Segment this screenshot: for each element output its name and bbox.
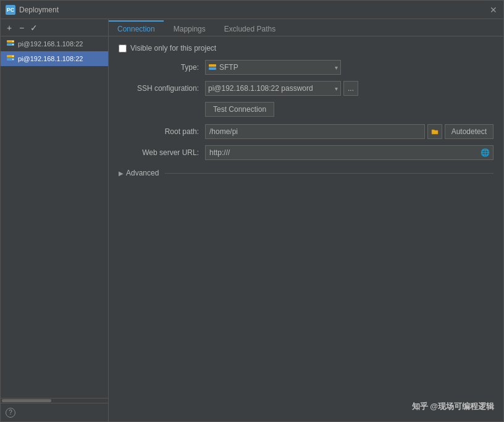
- tab-connection[interactable]: Connection: [109, 20, 164, 36]
- tab-excluded-paths[interactable]: Excluded Paths: [216, 20, 284, 36]
- tab-mappings[interactable]: Mappings: [165, 20, 214, 36]
- sidebar-item-label-2: pi@192.168.1.108:22: [18, 55, 83, 62]
- server-list: pi@192.168.1.108:22 pi@192.168.1.108:22: [1, 36, 108, 398]
- right-panel: Connection Mappings Excluded Paths Visib…: [109, 19, 503, 421]
- ssh-config-wrapper: pi@192.168.1.108:22 password ▾ ...: [205, 81, 358, 96]
- server-icon-1: [6, 39, 15, 49]
- ssh-config-row: SSH configuration: pi@192.168.1.108:22 p…: [119, 81, 494, 96]
- advanced-header[interactable]: ▶ Advanced: [119, 166, 494, 180]
- advanced-label: Advanced: [126, 169, 159, 177]
- web-url-wrapper: 🌐: [205, 145, 494, 160]
- title-bar: PC Deployment ✕: [1, 1, 503, 19]
- ssh-config-value: pi@192.168.1.108:22 password: [208, 84, 332, 93]
- tab-bar: Connection Mappings Excluded Paths: [109, 19, 503, 36]
- svg-point-6: [12, 56, 14, 57]
- close-button[interactable]: ✕: [489, 5, 498, 15]
- server-icon-2: [6, 54, 15, 64]
- scroll-thumb: [2, 399, 51, 402]
- ssh-config-select[interactable]: pi@192.168.1.108:22 password ▾: [205, 81, 341, 96]
- sftp-icon: [208, 63, 217, 72]
- type-select-arrow: ▾: [335, 64, 338, 71]
- advanced-expand-icon: ▶: [119, 170, 124, 177]
- advanced-divider: [165, 173, 494, 174]
- deployment-window: PC Deployment ✕ + − ✓ pi@19: [0, 0, 504, 422]
- root-path-input[interactable]: [205, 124, 425, 139]
- sidebar-footer: ?: [1, 403, 108, 421]
- sidebar: + − ✓ pi@192.168.1.108:22: [1, 19, 109, 421]
- test-connection-button[interactable]: Test Connection: [205, 102, 274, 117]
- ssh-config-arrow: ▾: [335, 85, 338, 92]
- add-server-button[interactable]: +: [4, 23, 14, 33]
- type-label: Type:: [119, 63, 205, 72]
- visible-only-label[interactable]: Visible only for this project: [130, 44, 216, 53]
- remove-server-button[interactable]: −: [17, 23, 27, 33]
- help-button[interactable]: ?: [6, 408, 15, 418]
- sidebar-toolbar: + − ✓: [1, 19, 108, 36]
- web-server-url-label: Web server URL:: [119, 148, 205, 157]
- web-server-url-input[interactable]: [205, 145, 494, 160]
- main-content: + − ✓ pi@192.168.1.108:22: [1, 19, 503, 421]
- ssh-config-label: SSH configuration:: [119, 84, 205, 93]
- autodetect-button[interactable]: Autodetect: [445, 124, 494, 139]
- ssh-config-dots-button[interactable]: ...: [343, 81, 358, 96]
- form-area: Visible only for this project Type: SFTP…: [109, 36, 503, 421]
- svg-point-2: [12, 41, 14, 42]
- root-path-folder-button[interactable]: [427, 124, 442, 139]
- visible-only-row: Visible only for this project: [119, 44, 494, 53]
- type-row: Type: SFTP ▾: [119, 60, 494, 75]
- sidebar-item-label-1: pi@192.168.1.108:22: [18, 40, 83, 48]
- svg-point-7: [12, 59, 14, 60]
- web-server-url-row: Web server URL: 🌐: [119, 145, 494, 160]
- root-path-wrapper: Autodetect: [205, 124, 494, 139]
- svg-rect-8: [209, 64, 216, 67]
- type-control: SFTP ▾: [205, 60, 494, 75]
- test-connection-row: Test Connection: [205, 102, 494, 117]
- svg-rect-9: [209, 67, 216, 70]
- horizontal-scrollbar[interactable]: [1, 398, 108, 403]
- advanced-section: ▶ Advanced: [119, 166, 494, 180]
- confirm-button[interactable]: ✓: [29, 23, 39, 33]
- root-path-label: Root path:: [119, 127, 205, 136]
- window-title: Deployment: [19, 6, 489, 14]
- type-select[interactable]: SFTP ▾: [205, 60, 341, 75]
- app-icon: PC: [6, 5, 15, 15]
- visible-only-checkbox[interactable]: [119, 44, 127, 53]
- sidebar-item-server1[interactable]: pi@192.168.1.108:22: [1, 36, 108, 51]
- svg-point-3: [12, 44, 14, 45]
- sidebar-item-server2[interactable]: pi@192.168.1.108:22: [1, 51, 108, 66]
- root-path-row: Root path: Autodetect: [119, 124, 494, 139]
- folder-icon: [431, 128, 439, 135]
